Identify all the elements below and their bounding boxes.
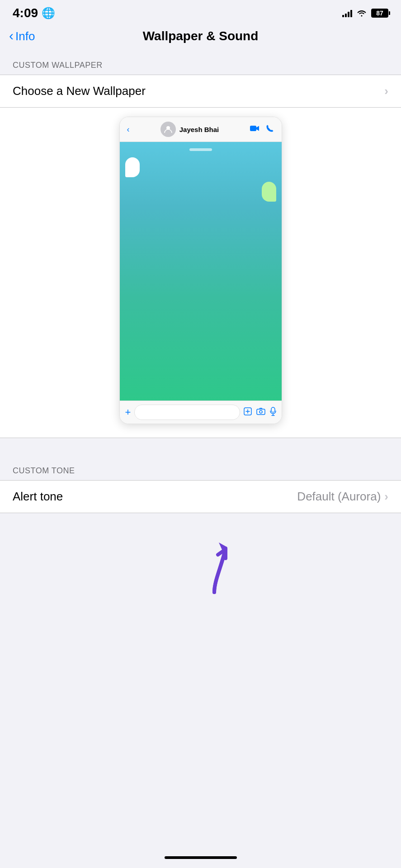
avatar	[160, 122, 176, 137]
chat-area	[120, 142, 282, 401]
battery-level: 87	[376, 9, 383, 17]
back-label: Info	[15, 29, 35, 43]
sticker-icon	[244, 407, 252, 417]
alert-tone-chevron-icon: ›	[384, 490, 388, 504]
alert-tone-right: Default (Aurora) ›	[297, 490, 388, 504]
arrow-annotation	[0, 513, 401, 613]
wallpaper-preview-container: ‹ Jayesh Bhai	[0, 108, 401, 438]
add-attachment-icon: +	[125, 406, 131, 418]
status-right: 87	[342, 9, 388, 18]
custom-tone-header-text: CUSTOM TONE	[13, 466, 75, 475]
navigation-bar: ‹ Info Wallpaper & Sound	[0, 24, 401, 51]
alert-tone-item[interactable]: Alert tone Default (Aurora) ›	[0, 481, 401, 513]
alert-tone-label: Alert tone	[13, 490, 63, 504]
status-time: 4:09 🌐	[13, 6, 55, 20]
svg-rect-3	[257, 409, 265, 415]
imessage-back-icon: ‹	[127, 125, 130, 134]
mic-icon	[270, 407, 276, 418]
person-icon	[163, 124, 173, 134]
chevron-left-icon: ‹	[9, 29, 14, 42]
wallpaper-preview: ‹ Jayesh Bhai	[119, 117, 282, 424]
page-title: Wallpaper & Sound	[143, 29, 259, 43]
wifi-icon	[357, 9, 367, 17]
input-icons	[244, 407, 276, 418]
signal-icon	[342, 9, 352, 17]
imessage-contact: Jayesh Bhai	[160, 122, 219, 137]
camera-icon	[256, 408, 265, 417]
svg-rect-5	[271, 407, 275, 412]
time-display: 4:09	[13, 6, 38, 20]
purple-arrow-icon	[196, 522, 232, 594]
alert-tone-value: Default (Aurora)	[297, 490, 381, 504]
svg-point-4	[259, 410, 262, 413]
imessage-input-bar: +	[120, 401, 282, 424]
custom-tone-section-wrapper: CUSTOM TONE Alert tone Default (Aurora) …	[0, 456, 401, 513]
svg-rect-1	[250, 126, 256, 131]
choose-wallpaper-right: ›	[384, 84, 388, 98]
back-button[interactable]: ‹ Info	[9, 29, 35, 43]
home-bar	[165, 856, 237, 859]
battery-indicator: 87	[371, 9, 388, 18]
choose-wallpaper-item[interactable]: Choose a New Wallpaper ›	[0, 75, 401, 107]
custom-tone-section-header: CUSTOM TONE	[0, 456, 401, 480]
status-bar: 4:09 🌐 87	[0, 0, 401, 24]
contact-name: Jayesh Bhai	[179, 126, 219, 133]
sent-message-bubble	[262, 182, 276, 202]
choose-wallpaper-label: Choose a New Wallpaper	[13, 84, 146, 98]
globe-icon: 🌐	[42, 7, 55, 19]
imessage-actions	[250, 124, 274, 135]
wallpaper-section: Choose a New Wallpaper ›	[0, 75, 401, 108]
message-input-field	[134, 405, 240, 420]
imessage-header: ‹ Jayesh Bhai	[120, 117, 282, 142]
video-call-icon	[250, 125, 259, 134]
scroll-indicator	[189, 148, 212, 151]
chevron-right-icon: ›	[384, 84, 388, 98]
received-message-bubble	[125, 157, 140, 177]
custom-wallpaper-header-text: CUSTOM WALLPAPER	[13, 61, 103, 70]
phone-icon	[266, 124, 274, 135]
custom-wallpaper-section-header: CUSTOM WALLPAPER	[0, 51, 401, 75]
tone-section: Alert tone Default (Aurora) ›	[0, 480, 401, 513]
home-indicator	[0, 847, 401, 868]
